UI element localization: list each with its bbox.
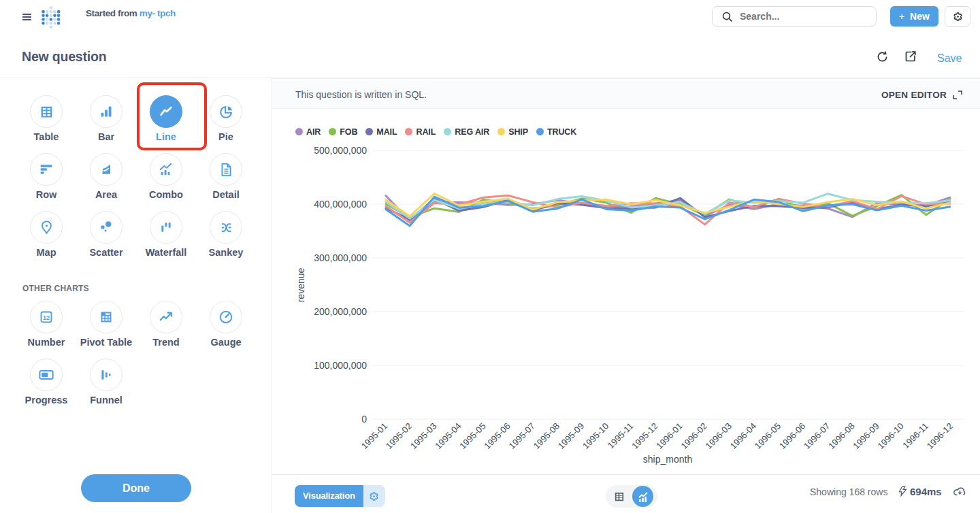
svg-text:1995-11: 1995-11	[606, 421, 636, 451]
svg-text:1996-09: 1996-09	[851, 421, 881, 451]
svg-text:1995-03: 1995-03	[408, 421, 438, 451]
svg-text:1996-02: 1996-02	[679, 421, 708, 451]
svg-text:1996-11: 1996-11	[900, 421, 930, 451]
svg-text:400,000,000: 400,000,000	[314, 199, 367, 210]
svg-text:1996-08: 1996-08	[826, 421, 856, 451]
svg-text:500,000,000: 500,000,000	[314, 145, 367, 156]
svg-text:1996-01: 1996-01	[654, 421, 684, 451]
svg-text:1996-07: 1996-07	[802, 421, 832, 451]
svg-text:300,000,000: 300,000,000	[314, 252, 367, 263]
svg-text:1995-07: 1995-07	[507, 421, 537, 451]
svg-text:1995-02: 1995-02	[384, 421, 414, 451]
svg-text:1996-06: 1996-06	[777, 421, 807, 451]
svg-text:1995-08: 1995-08	[532, 421, 561, 451]
svg-text:revenue: revenue	[295, 267, 306, 302]
svg-text:1996-12: 1996-12	[925, 421, 955, 451]
svg-text:1995-06: 1995-06	[482, 421, 512, 451]
svg-text:1996-03: 1996-03	[704, 421, 734, 451]
svg-text:1995-12: 1995-12	[630, 421, 659, 451]
svg-text:1995-05: 1995-05	[457, 421, 487, 451]
svg-text:1996-05: 1996-05	[753, 421, 783, 451]
svg-text:1995-01: 1995-01	[359, 421, 389, 451]
svg-text:100,000,000: 100,000,000	[314, 360, 367, 371]
svg-text:ship_month: ship_month	[643, 454, 692, 465]
svg-text:1995-09: 1995-09	[556, 421, 586, 451]
svg-text:1996-10: 1996-10	[875, 421, 905, 451]
svg-text:0: 0	[361, 414, 367, 425]
svg-text:200,000,000: 200,000,000	[314, 306, 367, 317]
svg-text:1995-04: 1995-04	[433, 421, 463, 451]
svg-text:12: 12	[43, 314, 50, 321]
svg-text:1995-10: 1995-10	[581, 421, 610, 451]
svg-text:1996-04: 1996-04	[728, 421, 758, 451]
